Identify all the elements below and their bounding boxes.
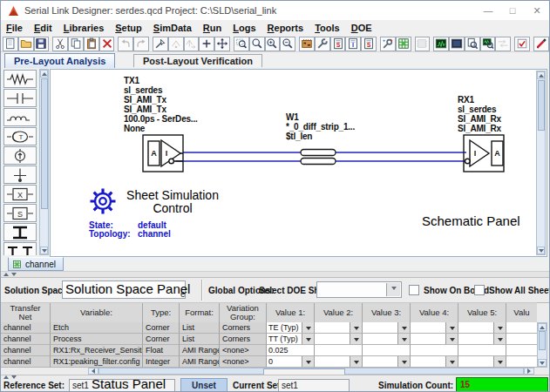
column-header[interactable]: Value 5:: [458, 303, 506, 323]
tools-wrench-button[interactable]: [315, 37, 330, 51]
table-scrollbar-thumb[interactable]: [539, 331, 546, 350]
view-results-button[interactable]: [480, 37, 496, 51]
cell-value[interactable]: [458, 345, 506, 356]
simulation-grid-button[interactable]: [396, 37, 411, 51]
show-on-board-checkbox[interactable]: [409, 285, 419, 295]
value-dropdown-icon[interactable]: [397, 322, 410, 333]
close-button[interactable]: ✕: [525, 2, 549, 20]
cell-value[interactable]: TE (Typ): [267, 322, 315, 334]
value-dropdown-icon[interactable]: [445, 322, 458, 333]
column-header[interactable]: Value 2:: [315, 303, 363, 323]
show-all-sheets-checkbox[interactable]: [474, 285, 485, 295]
column-header[interactable]: Variable:: [51, 303, 143, 323]
table-hscroll-track[interactable]: [98, 368, 524, 375]
cell-value[interactable]: [458, 334, 506, 345]
menu-item[interactable]: Reports: [268, 23, 304, 33]
palette-inductor-button[interactable]: [3, 108, 37, 126]
value-dropdown-icon[interactable]: [350, 356, 362, 367]
value-dropdown-icon[interactable]: [302, 356, 314, 367]
cell-value[interactable]: [315, 322, 363, 334]
cell-value[interactable]: 0: [267, 356, 315, 368]
cell-value[interactable]: [411, 356, 458, 368]
w1-symbol[interactable]: [301, 150, 336, 165]
palette-resistor-button[interactable]: [3, 70, 37, 88]
board-button[interactable]: [299, 37, 315, 51]
waveform-viewer-button[interactable]: [433, 37, 449, 51]
scroll-right-icon[interactable]: [524, 368, 534, 375]
place-cross-button[interactable]: [199, 37, 214, 51]
cell-value[interactable]: [363, 322, 411, 334]
menu-item[interactable]: Setup: [115, 23, 142, 33]
scroll-up-icon[interactable]: [40, 70, 48, 78]
palette-scrollbar[interactable]: [39, 69, 49, 255]
zoom-region-button[interactable]: [234, 37, 249, 51]
paste-button[interactable]: [84, 37, 99, 51]
canvas-scrollbar-thumb[interactable]: [538, 80, 545, 131]
sheet-doc-s2-button[interactable]: [361, 37, 377, 51]
cell-value[interactable]: [506, 334, 537, 345]
palette-via-button[interactable]: [3, 223, 37, 241]
value-dropdown-icon[interactable]: [397, 356, 410, 367]
column-header[interactable]: Valu: [506, 303, 537, 323]
palette-source-button[interactable]: [3, 146, 37, 165]
cell-value[interactable]: [506, 356, 537, 368]
cell-value[interactable]: [315, 345, 363, 356]
cell-value[interactable]: TT (Typ): [267, 334, 315, 345]
cell-value[interactable]: [411, 334, 458, 345]
copy-button[interactable]: [68, 37, 84, 51]
move-button[interactable]: [214, 37, 230, 51]
cell-value[interactable]: [506, 345, 537, 356]
cell-value[interactable]: [458, 322, 506, 334]
splitter-collapse-icons[interactable]: [3, 375, 17, 379]
cell-value[interactable]: [411, 345, 458, 356]
column-header[interactable]: Variation Group:: [220, 303, 267, 323]
sheet-doc-s-button[interactable]: [330, 37, 346, 51]
tx-symbol[interactable]: A I: [143, 135, 183, 172]
undo-button[interactable]: [118, 37, 133, 51]
value-dropdown-icon[interactable]: [445, 356, 458, 367]
value-dropdown-icon[interactable]: [302, 334, 314, 344]
scroll-left-icon[interactable]: [88, 368, 98, 375]
zoom-sheet-button[interactable]: [249, 37, 265, 51]
cell-value[interactable]: [315, 356, 363, 368]
menu-item[interactable]: Edit: [34, 23, 52, 33]
column-header[interactable]: Value 4:: [411, 303, 458, 323]
value-dropdown-icon[interactable]: [445, 334, 458, 344]
column-header[interactable]: Transfer Net: [1, 303, 51, 323]
column-header[interactable]: Format:: [180, 303, 220, 323]
menu-item[interactable]: DOE: [351, 23, 372, 33]
cell-value[interactable]: [363, 356, 411, 368]
scroll-down-icon[interactable]: [538, 359, 547, 367]
palette-ground-button[interactable]: [3, 166, 37, 184]
cell-value[interactable]: [411, 322, 458, 334]
palette-dual-via-button[interactable]: [3, 242, 37, 255]
table-horizontal-scrollbar[interactable]: [1, 368, 547, 375]
schematic-canvas[interactable]: A I I A: [50, 69, 547, 257]
palette-x-element-button[interactable]: X: [3, 185, 37, 203]
cell-value[interactable]: [506, 322, 537, 334]
cell-value[interactable]: [315, 334, 363, 345]
cell-value[interactable]: 0.025: [267, 345, 315, 356]
column-header[interactable]: Value 3:: [363, 303, 411, 323]
assign-nets-button[interactable]: [168, 37, 184, 51]
canvas-scrollbar[interactable]: [536, 71, 546, 255]
menu-item[interactable]: File: [6, 23, 23, 33]
value-dropdown-icon[interactable]: [493, 356, 506, 367]
scroll-up-icon[interactable]: [537, 71, 545, 79]
scroll-down-icon[interactable]: [537, 247, 545, 254]
menu-item[interactable]: SimData: [153, 23, 192, 33]
redo-button[interactable]: [133, 37, 149, 51]
menu-item[interactable]: Logs: [233, 23, 255, 33]
cut-button[interactable]: [52, 37, 68, 51]
palette-s-element-button[interactable]: S: [3, 204, 37, 222]
cell-value[interactable]: [458, 356, 506, 368]
palette-capacitor-button[interactable]: [3, 89, 37, 107]
compare-button[interactable]: [495, 37, 511, 51]
validate-check-button[interactable]: [514, 37, 530, 51]
menu-item[interactable]: Run: [203, 23, 221, 33]
value-dropdown-icon[interactable]: [397, 334, 410, 344]
palette-transmission-line-button[interactable]: T: [3, 127, 37, 145]
cell-value[interactable]: [363, 345, 411, 356]
palette-scrollbar-thumb[interactable]: [41, 78, 48, 209]
value-dropdown-icon[interactable]: [302, 322, 314, 333]
